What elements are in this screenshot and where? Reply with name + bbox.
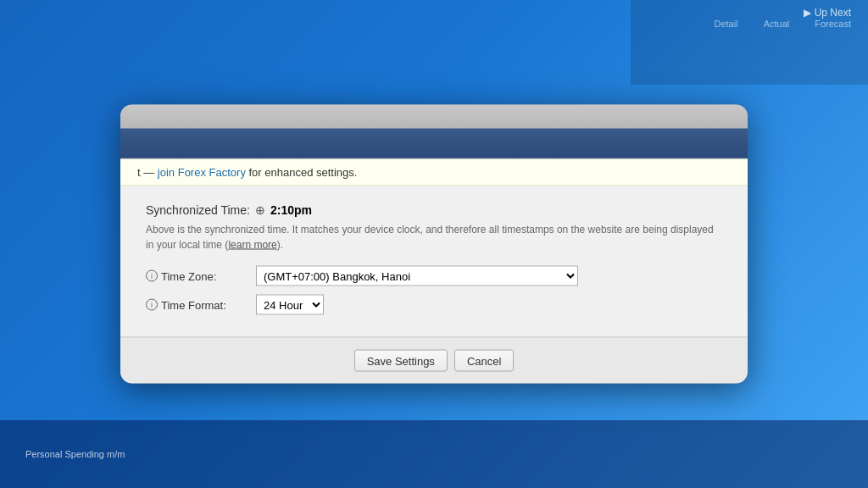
sync-time-label: Synchronized Time: [146,203,250,217]
cancel-button[interactable]: Cancel [454,350,514,372]
timezone-label: i Time Zone: [146,269,248,282]
modal-footer: Save Settings Cancel [120,337,748,384]
modal-content: Synchronized Time: ⊕ 2:10pm Above is the… [120,186,748,337]
learn-more-link[interactable]: learn more [228,239,276,251]
timezone-select[interactable]: (GMT+07:00) Bangkok, Hanoi ( GMT+00:00) … [256,266,578,286]
modal-header [120,129,748,159]
modal-topbar [120,105,748,129]
save-settings-button[interactable]: Save Settings [354,350,448,372]
sync-time-value: 2:10pm [270,203,312,217]
table-headers: Detail Actual Forecast [715,19,852,29]
timezone-row: i Time Zone: (GMT+07:00) Bangkok, Hanoi … [146,266,722,286]
notice-suffix: for enhanced settings. [246,166,358,179]
timeformat-row: i Time Format: 24 Hour 12 Hour [146,295,722,315]
bottom-item-1: Personal Spending m/m [25,449,125,459]
bottom-bar: Personal Spending m/m [0,420,868,488]
notice-prefix: t — [137,166,158,179]
notice-bar: t — join Forex Factory for enhanced sett… [120,159,748,186]
timeformat-info-icon[interactable]: i [146,299,158,311]
col-actual: Actual [764,19,790,29]
col-detail: Detail [715,19,738,29]
col-forecast: Forecast [815,19,851,29]
clock-icon: ⊕ [255,203,265,217]
sync-description: Above is the synchronized time. It match… [146,222,722,252]
timeformat-label: i Time Format: [146,298,248,311]
timezone-info-icon[interactable]: i [146,270,158,282]
join-link[interactable]: join Forex Factory [158,166,246,179]
up-next-label: ▶ Up Next [804,7,851,19]
sync-time-row: Synchronized Time: ⊕ 2:10pm [146,203,722,217]
settings-modal: t — join Forex Factory for enhanced sett… [120,105,748,384]
timeformat-select[interactable]: 24 Hour 12 Hour [256,295,324,315]
